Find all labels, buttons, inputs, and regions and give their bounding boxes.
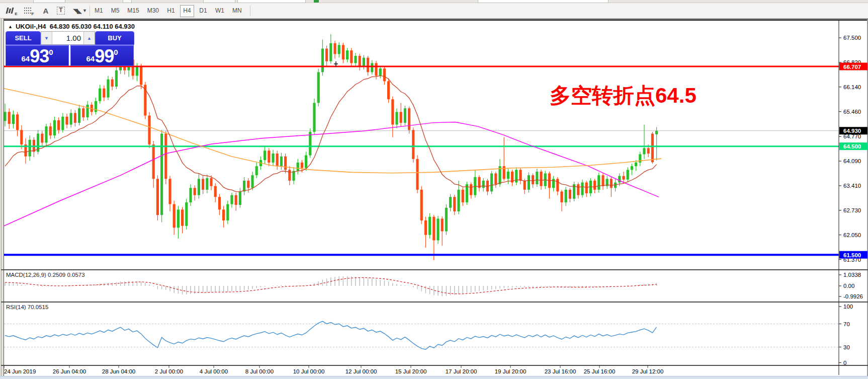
svg-text:12 Jul 00:00: 12 Jul 00:00 [345,368,377,374]
svg-text:61.500: 61.500 [843,252,861,258]
ask-price-point: 0 [114,48,118,56]
bid-price-prefix: 64 [21,54,30,63]
svg-text:19 Jul 20:00: 19 Jul 20:00 [495,368,527,374]
rsi-indicator: 10070300 [4,304,853,366]
svg-text:64.500: 64.500 [843,143,861,149]
svg-text:4 Jul 00:00: 4 Jul 00:00 [200,368,228,374]
ask-price-main: 99 [95,49,114,64]
volume-up-button[interactable]: ▲ [83,32,95,44]
ask-price-button[interactable]: 64990 [70,45,134,66]
svg-text:30: 30 [843,344,850,350]
time-axis[interactable]: 24 Jun 201926 Jun 04:0028 Jun 04:002 Jul… [4,366,663,374]
macd-indicator: 1.03380.00-0.9926 [5,272,863,299]
candlesticks [4,34,658,260]
bid-price-main: 93 [30,49,49,64]
svg-text:64.090: 64.090 [843,158,861,164]
macd-label: MACD(12,26,9) 0.2509 0.0573 [6,272,85,278]
svg-text:62.730: 62.730 [843,207,861,213]
bid-price-point: 0 [49,48,53,56]
symbol-label: UKOil-,H4 [16,23,46,30]
svg-text:100: 100 [843,304,853,310]
svg-text:23 Jul 16:00: 23 Jul 16:00 [545,368,576,374]
svg-text:1.0338: 1.0338 [843,272,861,278]
svg-text:25 Jul 16:00: 25 Jul 16:00 [584,368,616,374]
svg-text:26 Jun 04:00: 26 Jun 04:00 [53,368,86,374]
ask-price-prefix: 64 [86,54,95,63]
sell-button[interactable]: SELL [6,31,41,45]
svg-text:62.050: 62.050 [843,232,861,238]
ohlc-values: 64.830 65.030 64.110 64.930 [50,23,135,30]
chart-title: ▲UKOil-,H4 64.830 65.030 64.110 64.930 [8,23,135,30]
price-scale[interactable]: 67.50066.82066.14065.46064.77064.09063.4… [839,35,867,263]
svg-text:2 Jul 00:00: 2 Jul 00:00 [155,368,183,374]
svg-text:65.460: 65.460 [843,109,861,115]
svg-text:28 Jun 04:00: 28 Jun 04:00 [102,368,136,374]
svg-text:67.500: 67.500 [843,35,861,41]
collapse-icon[interactable]: ▲ [8,24,13,29]
volume-stepper: ▼ 1.00 ▲ [41,31,95,45]
buy-button[interactable]: BUY [95,31,134,45]
svg-text:63.410: 63.410 [843,183,861,189]
svg-text:17 Jul 20:00: 17 Jul 20:00 [446,368,477,374]
svg-text:10 Jul 00:00: 10 Jul 00:00 [293,368,325,374]
svg-text:15 Jul 20:00: 15 Jul 20:00 [395,368,427,374]
svg-text:70: 70 [843,321,850,327]
one-click-trade-panel: SELL ▼ 1.00 ▲ BUY 64930 64990 [6,31,134,66]
svg-text:66.140: 66.140 [843,84,861,90]
svg-text:29 Jul 12:00: 29 Jul 12:00 [632,368,664,374]
svg-text:64.930: 64.930 [843,128,861,134]
bid-price-button[interactable]: 64930 [6,45,69,66]
svg-text:0: 0 [843,360,846,366]
svg-text:0.00: 0.00 [843,283,854,289]
volume-down-button[interactable]: ▼ [41,32,52,44]
rsi-label: RSI(14) 70.0515 [6,304,48,310]
svg-text:66.707: 66.707 [843,64,861,70]
chart-annotation-text: 多空转折点64.5 [550,82,697,110]
svg-text:-0.9926: -0.9926 [843,293,863,299]
volume-input[interactable]: 1.00 [52,32,83,44]
svg-text:8 Jul 00:00: 8 Jul 00:00 [245,368,274,374]
main-plot [4,34,839,260]
svg-text:24 Jun 2019: 24 Jun 2019 [4,368,36,374]
